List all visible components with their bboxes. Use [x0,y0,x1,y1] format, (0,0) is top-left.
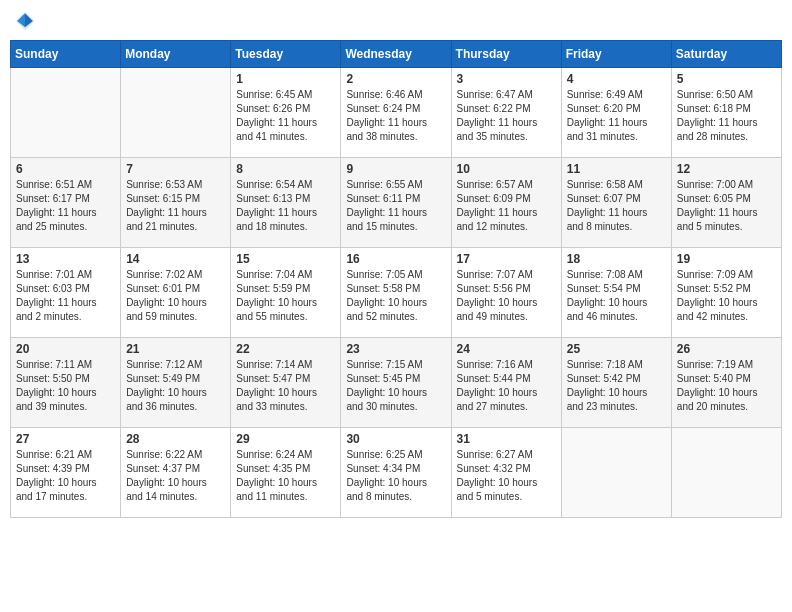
day-number: 2 [346,72,445,86]
day-detail: Sunrise: 6:51 AMSunset: 6:17 PMDaylight:… [16,178,115,234]
day-cell: 30Sunrise: 6:25 AMSunset: 4:34 PMDayligh… [341,428,451,518]
day-cell: 11Sunrise: 6:58 AMSunset: 6:07 PMDayligh… [561,158,671,248]
day-cell: 2Sunrise: 6:46 AMSunset: 6:24 PMDaylight… [341,68,451,158]
day-cell: 22Sunrise: 7:14 AMSunset: 5:47 PMDayligh… [231,338,341,428]
day-detail: Sunrise: 6:54 AMSunset: 6:13 PMDaylight:… [236,178,335,234]
weekday-header-row: SundayMondayTuesdayWednesdayThursdayFrid… [11,41,782,68]
day-detail: Sunrise: 6:25 AMSunset: 4:34 PMDaylight:… [346,448,445,504]
day-detail: Sunrise: 7:16 AMSunset: 5:44 PMDaylight:… [457,358,556,414]
day-cell [121,68,231,158]
day-number: 28 [126,432,225,446]
day-cell: 27Sunrise: 6:21 AMSunset: 4:39 PMDayligh… [11,428,121,518]
day-detail: Sunrise: 7:08 AMSunset: 5:54 PMDaylight:… [567,268,666,324]
day-number: 27 [16,432,115,446]
day-number: 12 [677,162,776,176]
day-cell: 17Sunrise: 7:07 AMSunset: 5:56 PMDayligh… [451,248,561,338]
day-number: 31 [457,432,556,446]
day-cell: 16Sunrise: 7:05 AMSunset: 5:58 PMDayligh… [341,248,451,338]
day-detail: Sunrise: 6:21 AMSunset: 4:39 PMDaylight:… [16,448,115,504]
day-cell: 6Sunrise: 6:51 AMSunset: 6:17 PMDaylight… [11,158,121,248]
day-detail: Sunrise: 7:11 AMSunset: 5:50 PMDaylight:… [16,358,115,414]
day-detail: Sunrise: 7:00 AMSunset: 6:05 PMDaylight:… [677,178,776,234]
day-cell: 31Sunrise: 6:27 AMSunset: 4:32 PMDayligh… [451,428,561,518]
day-number: 30 [346,432,445,446]
day-cell: 26Sunrise: 7:19 AMSunset: 5:40 PMDayligh… [671,338,781,428]
day-cell: 24Sunrise: 7:16 AMSunset: 5:44 PMDayligh… [451,338,561,428]
day-detail: Sunrise: 7:12 AMSunset: 5:49 PMDaylight:… [126,358,225,414]
day-detail: Sunrise: 6:53 AMSunset: 6:15 PMDaylight:… [126,178,225,234]
day-cell: 7Sunrise: 6:53 AMSunset: 6:15 PMDaylight… [121,158,231,248]
day-cell [11,68,121,158]
week-row-1: 1Sunrise: 6:45 AMSunset: 6:26 PMDaylight… [11,68,782,158]
weekday-header-thursday: Thursday [451,41,561,68]
day-number: 14 [126,252,225,266]
weekday-header-monday: Monday [121,41,231,68]
day-number: 8 [236,162,335,176]
day-cell: 20Sunrise: 7:11 AMSunset: 5:50 PMDayligh… [11,338,121,428]
logo-icon [14,10,36,32]
weekday-header-saturday: Saturday [671,41,781,68]
day-cell: 14Sunrise: 7:02 AMSunset: 6:01 PMDayligh… [121,248,231,338]
day-number: 11 [567,162,666,176]
weekday-header-friday: Friday [561,41,671,68]
weekday-header-tuesday: Tuesday [231,41,341,68]
week-row-3: 13Sunrise: 7:01 AMSunset: 6:03 PMDayligh… [11,248,782,338]
week-row-5: 27Sunrise: 6:21 AMSunset: 4:39 PMDayligh… [11,428,782,518]
day-detail: Sunrise: 7:14 AMSunset: 5:47 PMDaylight:… [236,358,335,414]
day-cell: 15Sunrise: 7:04 AMSunset: 5:59 PMDayligh… [231,248,341,338]
day-number: 4 [567,72,666,86]
day-number: 21 [126,342,225,356]
day-detail: Sunrise: 6:27 AMSunset: 4:32 PMDaylight:… [457,448,556,504]
day-cell: 8Sunrise: 6:54 AMSunset: 6:13 PMDaylight… [231,158,341,248]
day-number: 23 [346,342,445,356]
day-detail: Sunrise: 6:47 AMSunset: 6:22 PMDaylight:… [457,88,556,144]
day-cell: 23Sunrise: 7:15 AMSunset: 5:45 PMDayligh… [341,338,451,428]
day-cell: 12Sunrise: 7:00 AMSunset: 6:05 PMDayligh… [671,158,781,248]
day-detail: Sunrise: 6:22 AMSunset: 4:37 PMDaylight:… [126,448,225,504]
day-cell [671,428,781,518]
day-detail: Sunrise: 6:55 AMSunset: 6:11 PMDaylight:… [346,178,445,234]
page-header [10,10,782,32]
day-number: 17 [457,252,556,266]
day-cell: 28Sunrise: 6:22 AMSunset: 4:37 PMDayligh… [121,428,231,518]
day-detail: Sunrise: 7:18 AMSunset: 5:42 PMDaylight:… [567,358,666,414]
day-number: 25 [567,342,666,356]
day-detail: Sunrise: 6:49 AMSunset: 6:20 PMDaylight:… [567,88,666,144]
day-number: 26 [677,342,776,356]
day-detail: Sunrise: 7:04 AMSunset: 5:59 PMDaylight:… [236,268,335,324]
day-cell: 19Sunrise: 7:09 AMSunset: 5:52 PMDayligh… [671,248,781,338]
day-detail: Sunrise: 6:46 AMSunset: 6:24 PMDaylight:… [346,88,445,144]
day-cell: 29Sunrise: 6:24 AMSunset: 4:35 PMDayligh… [231,428,341,518]
day-number: 22 [236,342,335,356]
logo [14,10,40,32]
day-detail: Sunrise: 7:19 AMSunset: 5:40 PMDaylight:… [677,358,776,414]
day-cell: 9Sunrise: 6:55 AMSunset: 6:11 PMDaylight… [341,158,451,248]
day-detail: Sunrise: 7:15 AMSunset: 5:45 PMDaylight:… [346,358,445,414]
day-detail: Sunrise: 7:05 AMSunset: 5:58 PMDaylight:… [346,268,445,324]
day-cell: 3Sunrise: 6:47 AMSunset: 6:22 PMDaylight… [451,68,561,158]
day-cell: 18Sunrise: 7:08 AMSunset: 5:54 PMDayligh… [561,248,671,338]
week-row-4: 20Sunrise: 7:11 AMSunset: 5:50 PMDayligh… [11,338,782,428]
weekday-header-wednesday: Wednesday [341,41,451,68]
day-number: 29 [236,432,335,446]
day-number: 3 [457,72,556,86]
calendar-table: SundayMondayTuesdayWednesdayThursdayFrid… [10,40,782,518]
day-cell: 1Sunrise: 6:45 AMSunset: 6:26 PMDaylight… [231,68,341,158]
day-number: 13 [16,252,115,266]
day-detail: Sunrise: 6:57 AMSunset: 6:09 PMDaylight:… [457,178,556,234]
day-detail: Sunrise: 7:07 AMSunset: 5:56 PMDaylight:… [457,268,556,324]
day-number: 18 [567,252,666,266]
day-cell: 13Sunrise: 7:01 AMSunset: 6:03 PMDayligh… [11,248,121,338]
day-detail: Sunrise: 6:58 AMSunset: 6:07 PMDaylight:… [567,178,666,234]
day-cell: 25Sunrise: 7:18 AMSunset: 5:42 PMDayligh… [561,338,671,428]
day-number: 19 [677,252,776,266]
day-cell: 10Sunrise: 6:57 AMSunset: 6:09 PMDayligh… [451,158,561,248]
day-detail: Sunrise: 7:09 AMSunset: 5:52 PMDaylight:… [677,268,776,324]
day-number: 7 [126,162,225,176]
day-detail: Sunrise: 7:02 AMSunset: 6:01 PMDaylight:… [126,268,225,324]
day-number: 15 [236,252,335,266]
day-number: 24 [457,342,556,356]
week-row-2: 6Sunrise: 6:51 AMSunset: 6:17 PMDaylight… [11,158,782,248]
day-cell: 5Sunrise: 6:50 AMSunset: 6:18 PMDaylight… [671,68,781,158]
weekday-header-sunday: Sunday [11,41,121,68]
